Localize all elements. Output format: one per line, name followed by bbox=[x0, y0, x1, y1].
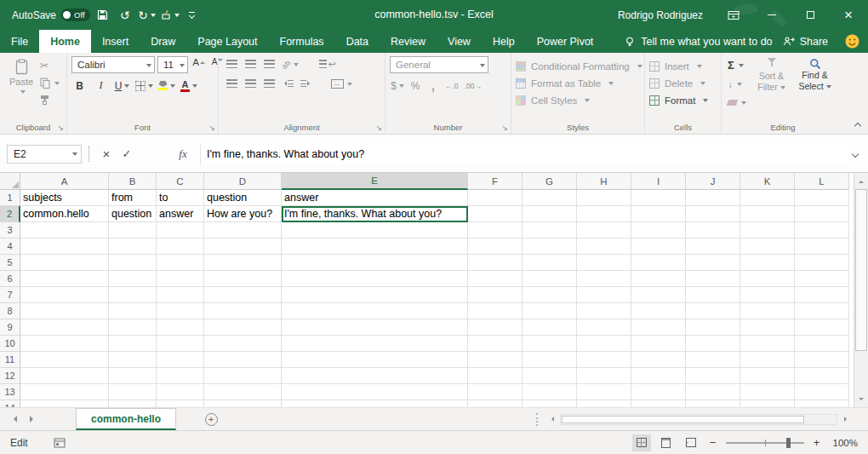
ribbon-display-options-button[interactable] bbox=[726, 8, 741, 23]
horizontal-scrollbar[interactable] bbox=[545, 413, 868, 426]
cell-F5[interactable] bbox=[468, 255, 523, 271]
cell-B8[interactable] bbox=[109, 303, 157, 319]
cell-F9[interactable] bbox=[468, 319, 523, 336]
row-header-9[interactable]: 9 bbox=[0, 319, 20, 336]
row-header-5[interactable]: 5 bbox=[0, 255, 20, 271]
column-header-K[interactable]: K bbox=[740, 173, 795, 190]
cell-C4[interactable] bbox=[157, 238, 204, 255]
customize-quick-access-button[interactable] bbox=[183, 5, 202, 26]
cell-L9[interactable] bbox=[795, 319, 849, 336]
cell-D9[interactable] bbox=[204, 319, 282, 336]
cell-H8[interactable] bbox=[577, 303, 631, 319]
cell-J1[interactable] bbox=[686, 190, 740, 206]
ribbon-tab-view[interactable]: View bbox=[437, 30, 482, 53]
bottom-align-button[interactable] bbox=[260, 56, 277, 72]
bold-button[interactable] bbox=[71, 78, 88, 94]
cell-A11[interactable] bbox=[20, 352, 109, 368]
cell-E2[interactable]: I'm fine, thanks. What about you? bbox=[282, 206, 468, 222]
undo-button[interactable] bbox=[116, 5, 134, 26]
font-name-combo[interactable]: Calibri bbox=[71, 56, 155, 73]
cell-I5[interactable] bbox=[631, 255, 686, 271]
cell-G12[interactable] bbox=[523, 368, 577, 384]
cell-H5[interactable] bbox=[577, 255, 631, 271]
ribbon-tab-draw[interactable]: Draw bbox=[140, 30, 186, 53]
cell-J12[interactable] bbox=[686, 368, 740, 384]
row-header-2[interactable]: 2 bbox=[0, 206, 20, 222]
row-header-10[interactable]: 10 bbox=[0, 336, 20, 352]
cell-A9[interactable] bbox=[20, 319, 109, 336]
cell-B3[interactable] bbox=[109, 222, 157, 238]
cell-H6[interactable] bbox=[577, 271, 631, 287]
conditional-formatting-button[interactable]: Conditional Formatting bbox=[516, 58, 642, 74]
tell-me-box[interactable]: Tell me what you want to do bbox=[625, 30, 772, 53]
cell-A10[interactable] bbox=[20, 336, 109, 352]
cell-E9[interactable] bbox=[282, 319, 468, 336]
cell-L12[interactable] bbox=[795, 368, 849, 384]
ribbon-tab-home[interactable]: Home bbox=[39, 30, 91, 53]
cell-I1[interactable] bbox=[631, 190, 686, 206]
cell-I6[interactable] bbox=[631, 271, 686, 287]
cell-I10[interactable] bbox=[631, 336, 686, 352]
new-sheet-button[interactable] bbox=[202, 410, 220, 428]
row-header-3[interactable]: 3 bbox=[0, 222, 20, 238]
cell-F4[interactable] bbox=[468, 238, 523, 255]
cell-H12[interactable] bbox=[577, 368, 631, 384]
cell-K10[interactable] bbox=[740, 336, 795, 352]
column-header-L[interactable]: L bbox=[795, 173, 849, 190]
column-header-A[interactable]: A bbox=[20, 173, 109, 190]
number-format-combo[interactable]: General bbox=[390, 56, 488, 73]
cell-B5[interactable] bbox=[109, 255, 157, 271]
row-header-13[interactable]: 13 bbox=[0, 384, 20, 400]
ribbon-tab-review[interactable]: Review bbox=[380, 30, 437, 53]
macro-record-button[interactable] bbox=[54, 438, 66, 448]
cell-E5[interactable] bbox=[282, 255, 468, 271]
cell-D6[interactable] bbox=[204, 271, 282, 287]
italic-button[interactable] bbox=[93, 78, 109, 94]
find-select-button[interactable]: Find & Select bbox=[795, 56, 835, 120]
increase-font-size-button[interactable]: A bbox=[191, 57, 207, 73]
cell-K1[interactable] bbox=[740, 190, 795, 206]
cell-J11[interactable] bbox=[686, 352, 740, 368]
insert-cells-button[interactable]: Insert bbox=[649, 58, 708, 74]
cell-L3[interactable] bbox=[795, 222, 849, 238]
cell-G5[interactable] bbox=[523, 255, 577, 271]
cell-F7[interactable] bbox=[468, 287, 523, 303]
tab-bar-splitter[interactable] bbox=[536, 413, 538, 426]
column-header-B[interactable]: B bbox=[109, 173, 157, 190]
previous-sheet-button[interactable] bbox=[10, 413, 17, 425]
cell-A1[interactable]: subjects bbox=[20, 190, 109, 206]
cell-C11[interactable] bbox=[157, 352, 204, 368]
cell-K9[interactable] bbox=[740, 319, 795, 336]
cell-B14[interactable] bbox=[109, 400, 157, 407]
align-right-button[interactable] bbox=[260, 76, 277, 91]
cell-C1[interactable]: to bbox=[157, 190, 204, 206]
cell-G6[interactable] bbox=[523, 271, 577, 287]
row-header-12[interactable]: 12 bbox=[0, 368, 20, 384]
ribbon-tab-file[interactable]: File bbox=[0, 30, 39, 53]
cell-B9[interactable] bbox=[109, 319, 157, 336]
cell-G11[interactable] bbox=[523, 352, 577, 368]
cell-F12[interactable] bbox=[468, 368, 523, 384]
zoom-out-button[interactable] bbox=[706, 435, 720, 451]
decrease-indent-button[interactable] bbox=[279, 76, 296, 91]
cell-D2[interactable]: How are you? bbox=[204, 206, 282, 222]
autosave-toggle[interactable]: AutoSave Off bbox=[12, 9, 90, 21]
cell-L8[interactable] bbox=[795, 303, 849, 319]
cell-H14[interactable] bbox=[577, 400, 631, 407]
cell-A7[interactable] bbox=[20, 287, 109, 303]
cell-K8[interactable] bbox=[740, 303, 795, 319]
decrease-decimal-button[interactable] bbox=[463, 78, 483, 94]
horizontal-scroll-track[interactable] bbox=[560, 414, 837, 425]
cell-C5[interactable] bbox=[157, 255, 204, 271]
cell-J5[interactable] bbox=[686, 255, 740, 271]
format-painter-button[interactable] bbox=[40, 93, 60, 106]
cell-K3[interactable] bbox=[740, 222, 795, 238]
cell-C6[interactable] bbox=[157, 271, 204, 287]
cell-E1[interactable]: answer bbox=[282, 190, 468, 206]
zoom-slider[interactable] bbox=[726, 437, 804, 449]
cell-F1[interactable] bbox=[468, 190, 523, 206]
cell-F13[interactable] bbox=[468, 384, 523, 400]
row-header-7[interactable]: 7 bbox=[0, 287, 20, 303]
cell-F6[interactable] bbox=[468, 271, 523, 287]
cell-A14[interactable] bbox=[20, 400, 109, 407]
